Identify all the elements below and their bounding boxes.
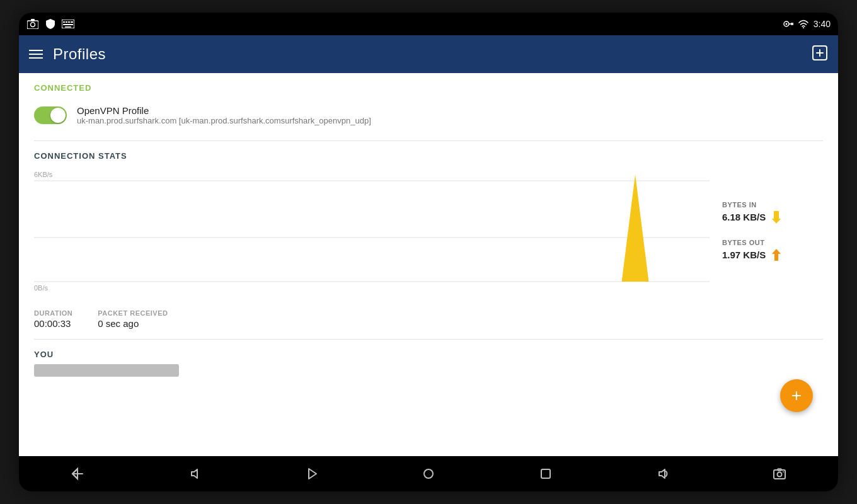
hamburger-menu-icon[interactable] (29, 50, 43, 59)
shield-icon (44, 18, 57, 30)
nav-play-icon[interactable] (297, 460, 325, 488)
stats-panel: BYTES IN 6.18 KB/S (722, 168, 823, 294)
stats-label: CONNECTION STATS (34, 151, 823, 161)
svg-marker-27 (192, 469, 197, 478)
app-bar: Profiles (19, 35, 838, 73)
svg-marker-25 (772, 249, 781, 254)
duration-value: 00:00:33 (34, 318, 72, 329)
clock: 3:40 (814, 19, 831, 29)
app-title: Profiles (53, 45, 106, 63)
content-wrapper: CONNECTED OpenVPN Profile uk-man.prod.su… (19, 73, 838, 456)
bytes-out-value: 1.97 KB/S (722, 249, 766, 260)
nav-home-icon[interactable] (415, 460, 442, 488)
profile-url: uk-man.prod.surfshark.com [uk-man.prod.s… (77, 116, 371, 125)
bytes-out-label: BYTES OUT (722, 239, 823, 246)
svg-marker-23 (772, 219, 781, 224)
profile-info: OpenVPN Profile uk-man.prod.surfshark.co… (77, 105, 371, 125)
add-profile-icon[interactable] (812, 45, 828, 61)
wifi-icon (798, 20, 808, 28)
svg-rect-24 (774, 253, 778, 261)
you-section: YOU (19, 340, 838, 387)
packet-received-label: PACKET RECEIVED (98, 309, 168, 317)
you-label: YOU (34, 350, 823, 359)
nav-back-icon[interactable] (64, 460, 91, 488)
status-bar-left (26, 18, 74, 30)
connected-section: CONNECTED OpenVPN Profile uk-man.prod.su… (19, 73, 838, 140)
svg-point-12 (803, 27, 804, 28)
packet-received-stat: PACKET RECEIVED 0 sec ago (98, 309, 168, 329)
bottom-stats: DURATION 00:00:33 PACKET RECEIVED 0 sec … (19, 304, 838, 339)
bytes-out-value-row: 1.97 KB/S (722, 248, 823, 261)
svg-point-35 (783, 471, 784, 472)
svg-point-33 (778, 472, 782, 477)
svg-point-1 (31, 23, 35, 27)
svg-rect-2 (31, 19, 35, 21)
svg-marker-17 (622, 175, 649, 282)
chart-area: 6KB/s 0B/s BYTES IN 6.18 KB/S (34, 168, 823, 294)
profile-item: OpenVPN Profile uk-man.prod.surfshark.co… (34, 100, 823, 130)
nav-volume2-icon[interactable] (648, 460, 676, 488)
app-bar-left: Profiles (29, 45, 106, 63)
bytes-in-value: 6.18 KB/S (722, 212, 766, 222)
app-bar-right[interactable] (812, 45, 828, 64)
upload-arrow-icon (769, 248, 783, 261)
bytes-out-stat: BYTES OUT 1.97 KB/S (722, 239, 823, 261)
chart-container: 6KB/s 0B/s (34, 168, 710, 294)
svg-rect-8 (63, 24, 73, 25)
svg-marker-28 (309, 469, 316, 479)
svg-rect-9 (65, 26, 71, 28)
duration-stat: DURATION 00:00:33 (34, 309, 72, 329)
fab-button[interactable]: + (780, 379, 813, 412)
download-arrow-icon (769, 210, 783, 224)
duration-label: DURATION (34, 309, 72, 317)
nav-recents-icon[interactable] (532, 460, 560, 488)
svg-point-11 (785, 23, 787, 25)
connected-label: CONNECTED (34, 83, 823, 93)
svg-rect-6 (68, 21, 70, 23)
svg-marker-31 (659, 469, 665, 478)
key-icon (783, 20, 793, 28)
svg-rect-4 (63, 21, 65, 23)
status-bar-right: 3:40 (783, 19, 831, 29)
bytes-in-stat: BYTES IN 6.18 KB/S (722, 201, 823, 224)
chart-scale-top: 6KB/s (34, 171, 52, 178)
bottom-nav-bar (19, 456, 838, 491)
chart-svg (34, 168, 710, 294)
toggle-knob (50, 108, 66, 123)
vpn-toggle[interactable] (34, 106, 67, 124)
keyboard-icon (62, 18, 74, 30)
profile-name: OpenVPN Profile (77, 105, 371, 116)
main-content: CONNECTED OpenVPN Profile uk-man.prod.su… (19, 73, 838, 456)
svg-rect-30 (541, 469, 550, 478)
svg-point-29 (424, 469, 433, 478)
stats-section: CONNECTION STATS 6KB/s 0B/s (19, 141, 838, 304)
bytes-in-value-row: 6.18 KB/S (722, 210, 823, 224)
status-bar: 3:40 (19, 13, 838, 35)
packet-received-value: 0 sec ago (98, 318, 168, 329)
svg-rect-22 (774, 211, 778, 219)
svg-rect-5 (66, 21, 67, 23)
nav-volume-icon[interactable] (181, 460, 209, 488)
svg-rect-7 (71, 21, 73, 23)
chart-scale-bottom: 0B/s (34, 284, 48, 292)
bytes-in-label: BYTES IN (722, 201, 823, 209)
you-blurred-info (34, 364, 179, 377)
photo-icon (26, 18, 39, 30)
nav-camera-icon[interactable] (766, 460, 793, 488)
